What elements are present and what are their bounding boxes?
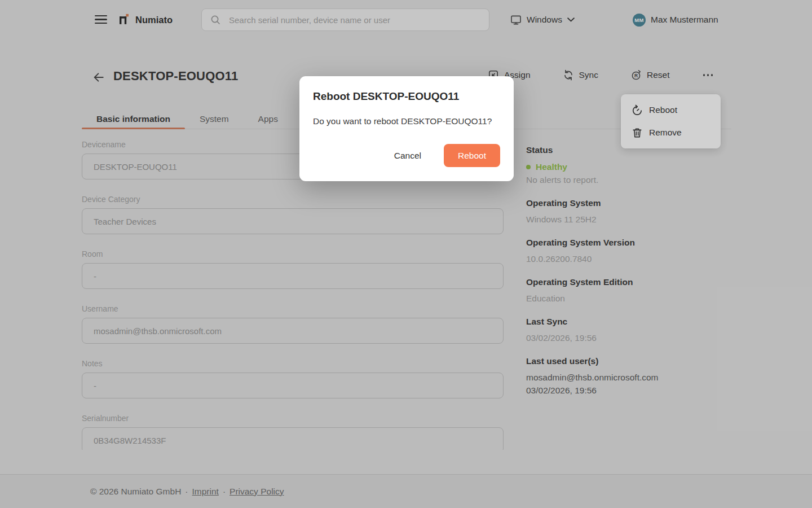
app-canvas: Numiato Windows MM Max Mustermann <box>0 0 812 508</box>
dialog-actions: Cancel Reboot <box>313 144 500 167</box>
confirm-reboot-button[interactable]: Reboot <box>444 144 500 167</box>
reboot-confirmation-dialog: Reboot DESKTOP-EOUQO11 Do you want to re… <box>299 76 514 181</box>
dialog-message: Do you want to reboot DESKTOP-EOUQO11? <box>313 116 500 126</box>
cancel-button[interactable]: Cancel <box>389 146 427 165</box>
dialog-title: Reboot DESKTOP-EOUQO11 <box>313 90 500 103</box>
